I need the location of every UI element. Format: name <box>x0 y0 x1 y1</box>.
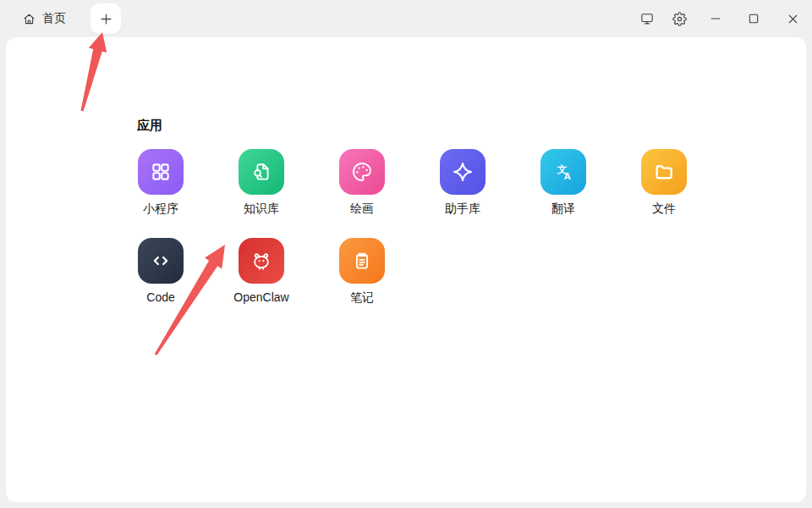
app-label-openclaw: OpenClaw <box>233 290 288 305</box>
app-files[interactable]: 文件 <box>641 149 687 216</box>
app-assistant-library[interactable]: 助手库 <box>440 149 486 216</box>
folder-icon <box>641 149 687 195</box>
display-mode-button[interactable] <box>634 6 660 31</box>
plus-icon <box>98 11 114 27</box>
maximize-button[interactable] <box>741 6 766 31</box>
app-label-knowledge-base: 知识库 <box>244 202 279 216</box>
app-label-files: 文件 <box>652 202 676 216</box>
notepad-icon <box>339 238 385 284</box>
app-translate[interactable]: 文 A翻译 <box>540 149 586 216</box>
tab-home[interactable]: 首页 <box>22 0 66 37</box>
close-button[interactable] <box>780 6 805 31</box>
app-label-assistant-library: 助手库 <box>445 202 480 216</box>
home-tab-label: 首页 <box>42 11 66 26</box>
app-knowledge-base[interactable]: 知识库 <box>239 149 284 216</box>
minimize-icon <box>708 11 723 26</box>
home-icon <box>22 12 36 26</box>
palette-icon <box>339 149 385 195</box>
app-label-notes: 笔记 <box>350 290 374 305</box>
doc-search-icon <box>239 149 284 195</box>
claw-icon <box>239 238 284 284</box>
app-drawing[interactable]: 绘画 <box>339 149 385 216</box>
titlebar: 首页 <box>0 0 812 37</box>
app-label-translate: 翻译 <box>551 202 575 216</box>
app-code[interactable]: Code <box>138 238 184 305</box>
close-icon <box>786 12 800 26</box>
section-title: 应用 <box>137 118 162 134</box>
app-notes[interactable]: 笔记 <box>339 238 385 305</box>
apps-grid: 小程序 知识库 绘画 助手库 文 A翻译 文件 Code OpenClaw 笔记 <box>138 149 687 305</box>
translate-icon: 文 A <box>540 149 586 195</box>
app-openclaw[interactable]: OpenClaw <box>239 238 284 305</box>
sparkle-icon <box>440 149 486 195</box>
new-tab-button[interactable] <box>91 3 121 34</box>
app-label-drawing: 绘画 <box>350 202 374 216</box>
maximize-icon <box>747 12 760 25</box>
main-panel: 应用 小程序 知识库 绘画 助手库 文 A翻译 文件 Code OpenClaw… <box>6 37 806 502</box>
app-label-code: Code <box>146 290 174 305</box>
app-label-mini-programs: 小程序 <box>143 202 178 216</box>
monitor-icon <box>639 11 655 26</box>
minimize-button[interactable] <box>703 6 728 31</box>
gear-icon <box>672 12 687 26</box>
svg-text:A: A <box>564 171 571 181</box>
grid-icon <box>138 149 184 195</box>
settings-button[interactable] <box>667 6 692 31</box>
code-icon <box>138 238 184 284</box>
app-mini-programs[interactable]: 小程序 <box>138 149 184 216</box>
